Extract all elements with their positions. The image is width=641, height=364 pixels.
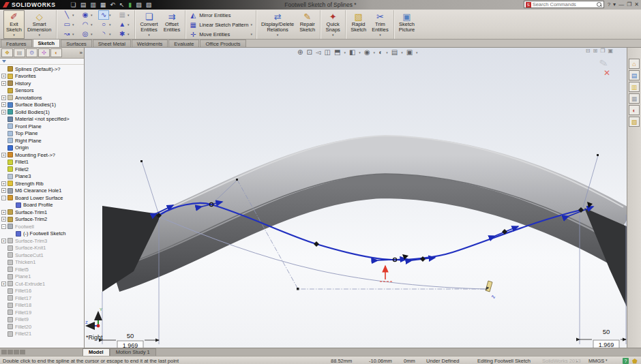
design-library-tab-icon[interactable]: ▤ bbox=[629, 70, 640, 80]
edit-appearance-dropdown-icon[interactable]: ▾ bbox=[386, 50, 388, 55]
tree-item-material-not-specified[interactable]: Material <not specified> bbox=[0, 116, 84, 123]
tree-item-footwell[interactable]: −Footwell bbox=[0, 223, 84, 230]
tab-office-products[interactable]: Office Products bbox=[200, 40, 245, 47]
tree-item-fillet17[interactable]: Fillet17 bbox=[0, 294, 84, 302]
tree-item-surface-trim1[interactable]: +Surface-Trim1 bbox=[0, 209, 84, 216]
save-icon[interactable]: ▥ bbox=[90, 1, 96, 8]
expand-toggle-icon[interactable]: − bbox=[1, 224, 6, 229]
polygon-tool-dropdown-icon[interactable]: ▾ bbox=[128, 22, 130, 27]
convert-entities-dropdown-icon[interactable]: ▾ bbox=[148, 33, 150, 37]
help-dropdown-icon[interactable]: ▾ bbox=[613, 1, 616, 8]
units-dropdown-icon[interactable]: ▾ bbox=[606, 358, 608, 362]
tab-model[interactable]: Model bbox=[83, 348, 110, 356]
tags-icon[interactable]: ⬟ bbox=[632, 358, 638, 364]
display-delete-dropdown-icon[interactable]: ▾ bbox=[277, 33, 279, 37]
freeform-curve-tool-button[interactable]: ↝▾ bbox=[59, 29, 77, 39]
repair-sketch-button[interactable]: ✎ Repair Sketch bbox=[297, 10, 318, 39]
tab-weldments[interactable]: Weldments bbox=[132, 40, 168, 47]
freeform-curve-tool-dropdown-icon[interactable]: ▾ bbox=[72, 32, 74, 36]
expand-toggle-icon[interactable]: + bbox=[1, 282, 6, 286]
display-style-dropdown-icon[interactable]: ▾ bbox=[359, 50, 361, 55]
select-icon[interactable]: ↖ bbox=[119, 1, 125, 8]
tree-item-surface-bodies-1[interactable]: +Surface Bodies(1) bbox=[0, 102, 84, 109]
zoom-to-fit-icon[interactable]: ⊕ bbox=[297, 48, 303, 57]
exit-sketch-corner-icon[interactable]: ✎ bbox=[596, 56, 612, 70]
point-tool-dropdown-icon[interactable]: ▾ bbox=[128, 32, 130, 36]
tree-item-plane1[interactable]: Plane1 bbox=[0, 273, 84, 281]
quick-tips-icon[interactable]: ? bbox=[623, 358, 629, 364]
custom-properties-tab-icon[interactable]: ▧ bbox=[629, 117, 640, 127]
tree-item-board-profile[interactable]: Board Profile bbox=[0, 202, 84, 209]
tree-item-board-lower-surface[interactable]: −Board Lower Surface bbox=[0, 194, 84, 202]
tree-item-front-plane[interactable]: Front Plane bbox=[0, 123, 84, 130]
hide-show-items-icon[interactable]: ◉ bbox=[364, 48, 370, 57]
section-view-icon[interactable]: ◫ bbox=[324, 48, 330, 57]
property-manager-tab-icon[interactable]: ▤ bbox=[14, 48, 25, 57]
restore-icon[interactable]: ❐ bbox=[627, 1, 631, 8]
help-icon[interactable]: ? bbox=[608, 1, 610, 8]
offset-entities-button[interactable]: ⇉ Offset Entities bbox=[161, 10, 183, 39]
move-entities-dropdown-icon[interactable]: ▾ bbox=[250, 32, 252, 36]
tree-item-cut-extrude1[interactable]: +Cut-Extrude1 bbox=[0, 280, 84, 288]
trim-entities-dropdown-icon[interactable]: ▾ bbox=[379, 33, 381, 37]
tree-item-annotations[interactable]: +Annotations bbox=[0, 94, 84, 102]
close-icon[interactable]: ✕ bbox=[634, 1, 639, 8]
search-input[interactable] bbox=[533, 1, 595, 7]
tree-item-right-plane[interactable]: Right Plane bbox=[0, 137, 84, 145]
perimeter-circle-tool-button[interactable]: ◎▾ bbox=[77, 29, 95, 39]
quick-snaps-dropdown-icon[interactable]: ▾ bbox=[332, 33, 334, 37]
appearances-tab-icon[interactable]: ◐ bbox=[629, 105, 640, 115]
dimension-left[interactable]: 50 1.969 bbox=[102, 332, 159, 348]
view-settings-icon[interactable]: ▣ bbox=[406, 48, 413, 57]
filter-icon[interactable] bbox=[2, 60, 6, 63]
tree-item-strength-rib[interactable]: +Strength Rib bbox=[0, 180, 84, 187]
expand-toggle-icon[interactable]: − bbox=[1, 196, 6, 200]
red-drag-handle[interactable] bbox=[380, 266, 393, 282]
print-icon[interactable]: ▦ bbox=[100, 1, 106, 8]
expand-toggle-icon[interactable]: + bbox=[1, 110, 6, 115]
tree-item-fillet21[interactable]: Fillet21 bbox=[0, 331, 84, 338]
expand-toggle-icon[interactable]: + bbox=[1, 217, 6, 222]
tree-item-history[interactable]: +History bbox=[0, 80, 84, 87]
rapid-sketch-button[interactable]: ▧ Rapid Sketch bbox=[348, 10, 369, 39]
sketch-pattern-tool-dropdown-icon[interactable]: ▾ bbox=[128, 13, 130, 17]
undo-icon[interactable]: ↶ bbox=[110, 1, 115, 8]
tree-item-surface-trim2[interactable]: +Surface-Trim2 bbox=[0, 216, 84, 224]
tree-item-m6-clearance-hole1[interactable]: +M6 Clearance Hole1 bbox=[0, 187, 84, 195]
tree-item-surface-trim3[interactable]: +Surface-Trim3 bbox=[0, 237, 84, 245]
sketch-pattern-tool-button[interactable]: ▦▾ bbox=[114, 10, 132, 20]
pane-splitter-buttons[interactable] bbox=[0, 350, 27, 356]
tab-sheet-metal[interactable]: Sheet Metal bbox=[93, 40, 131, 47]
tree-item-mounting-feet[interactable]: +Mounting Feet->? bbox=[0, 151, 84, 159]
point-tool-button[interactable]: ✱▾ bbox=[114, 29, 132, 39]
rectangle-tool-button[interactable]: ▭▾ bbox=[59, 20, 77, 29]
tree-item-fillet20[interactable]: Fillet20 bbox=[0, 323, 84, 331]
ellipse-tool-button[interactable]: ○▾ bbox=[95, 20, 114, 29]
search-icon[interactable] bbox=[597, 2, 602, 7]
doc-restore-icon[interactable]: ⊞ bbox=[593, 48, 598, 54]
tab-evaluate[interactable]: Evaluate bbox=[168, 40, 199, 47]
deck-3d-body[interactable] bbox=[102, 136, 627, 307]
search-scope-icon[interactable]: S bbox=[526, 2, 531, 7]
rebuild-icon[interactable]: ▮ bbox=[128, 1, 132, 8]
configuration-manager-tab-icon[interactable]: ⚙ bbox=[26, 48, 38, 57]
tree-item-origin[interactable]: Origin bbox=[0, 145, 84, 152]
expand-toggle-icon[interactable]: + bbox=[1, 239, 6, 243]
tree-item-surfacecut1[interactable]: SurfaceCut1 bbox=[0, 252, 84, 259]
tree-item-fillet1[interactable]: Fillet1 bbox=[0, 159, 84, 166]
tab-features[interactable]: Features bbox=[1, 40, 32, 47]
zoom-to-area-icon[interactable]: ⊡ bbox=[306, 48, 312, 57]
quick-snaps-button[interactable]: ✦ Quick Snaps ▾ bbox=[323, 10, 343, 39]
line-tool-dropdown-icon[interactable]: ▾ bbox=[72, 13, 74, 17]
display-style-icon[interactable]: ◧ bbox=[349, 48, 355, 57]
tree-item-solid-bodies-1[interactable]: +Solid Bodies(1) bbox=[0, 108, 84, 116]
open-file-icon[interactable]: ▤ bbox=[80, 1, 87, 8]
line-tool-button[interactable]: ╲▾ bbox=[59, 10, 77, 20]
tree-item-fillet18[interactable]: Fillet18 bbox=[0, 302, 84, 309]
doc-new-window-icon[interactable]: ❐ bbox=[600, 48, 605, 54]
cancel-sketch-icon[interactable]: ✕ bbox=[603, 68, 610, 78]
exit-sketch-button[interactable]: ✐ Exit Sketch ▾ bbox=[3, 10, 25, 39]
minimize-icon[interactable]: — bbox=[618, 1, 624, 8]
arc-tool-button[interactable]: ◠▾ bbox=[77, 20, 95, 29]
doc-minimize-icon[interactable]: ⊟ bbox=[586, 48, 591, 54]
